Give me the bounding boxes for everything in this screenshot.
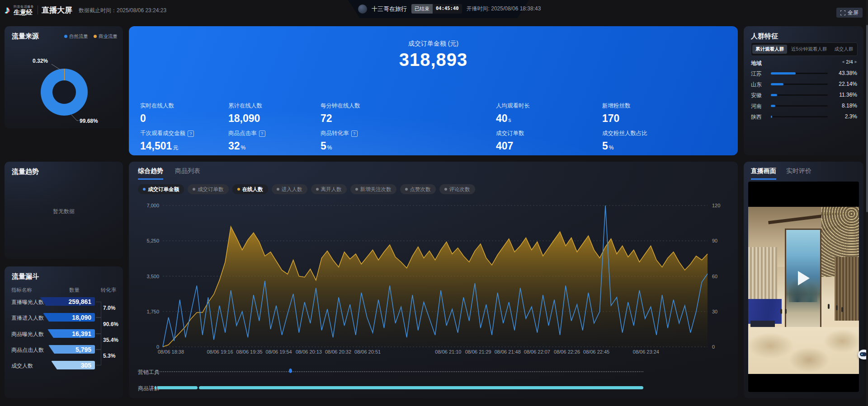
region-percent: 8.18% [842,103,857,109]
metric-chip[interactable]: 离开人数 [311,184,347,194]
region-name: 江苏 [751,70,762,78]
scene-person [828,304,830,309]
kpi-stat-label: 成交粉丝人数占比 [602,130,688,137]
chip-dot-icon [405,188,408,191]
douyin-note-icon: ♪ [5,5,10,15]
metric-chip[interactable]: 在线人数 [232,184,268,194]
metric-chip[interactable]: 成交订单数 [188,184,229,194]
x-axis-tick: 08/06 23:24 [633,349,659,355]
x-axis-tick: 08/06 22:07 [524,349,550,355]
scene-person [780,309,782,314]
traffic-source-legend: 自然流量商业流量 [64,33,118,40]
marketing-event-dot[interactable] [289,369,292,373]
product-explain-segment[interactable] [157,386,198,389]
x-axis-tick: 08/06 19:54 [266,349,292,355]
trend-tab-active[interactable]: 综合趋势 [138,167,163,180]
funnel-connector [96,334,101,350]
kpi-stat-value: 32% [228,140,314,152]
region-row: 山东22.14% [751,81,857,88]
metric-chip[interactable]: 新增关注次数 [350,184,396,194]
trend-chart-svg [163,205,708,348]
audience-tab[interactable]: 成交人群 [831,45,856,54]
kpi-stat-suffix: % [327,145,332,151]
x-axis-tick: 08/06 21:10 [435,349,461,355]
page-next-icon[interactable]: ▶ [855,60,857,64]
x-axis-tick: 08/06 20:32 [325,349,351,355]
scene-floor [748,327,859,374]
kpi-stat-label: 累计在线人数 [228,102,314,110]
help-icon[interactable]: ? [351,131,358,137]
metric-chip[interactable]: 评论次数 [439,184,475,194]
fullscreen-button[interactable]: 全屏 [836,8,863,18]
legend-item[interactable]: 商业流量 [94,33,118,40]
chip-dot-icon [193,188,195,191]
kpi-stat-value: 170 [602,112,688,125]
kpi-stat-value: 14,501元 [140,140,226,152]
kpi-stat-suffix: % [609,145,614,151]
live-tab-inactive[interactable]: 实时评价 [786,167,811,180]
kpi-stat: 人均观看时长40s [496,102,582,125]
kpi-stat-label: 人均观看时长 [496,102,582,110]
page-prev-icon[interactable]: ◀ [842,60,844,64]
status-ended-label: 已结束 [411,4,433,14]
legend-item[interactable]: 自然流量 [64,33,88,40]
stream-start-time: 开播时间: 2025/08/06 18:38:43 [467,5,541,13]
stream-duration: 04:45:40 [433,4,462,14]
kpi-stat-label: 每分钟在线人数 [321,102,406,110]
y-axis-right-tick: 30 [712,309,727,314]
funnel-connector [96,302,101,317]
app-logo: ♪ 抖音生活服务 生意经 直播大屏 数据截止时间：2025/08/06 23:2… [5,5,166,15]
kpi-stat-label: 商品转化率? [321,130,406,137]
empty-data-text: 暂无数据 [5,208,123,215]
help-icon[interactable]: ? [259,131,265,137]
funnel-connector [96,350,101,365]
audience-tab[interactable]: 累计观看人群 [752,45,787,54]
x-axis-tick: 08/06 21:29 [465,349,491,355]
audience-panel: 人群特征 累计观看人群近5分钟观看人群成交人群 地域 ◀ 2/4 ▶ 江苏43.… [744,26,863,155]
x-axis-tick: 08/06 19:16 [207,349,233,355]
donut-label-small: 0.32% [33,58,48,64]
kpi-stat: 千次观看成交金额?14,501元 [140,130,226,152]
kpi-stat-suffix: 元 [173,145,178,151]
audience-tabs: 累计观看人群近5分钟观看人群成交人群 [751,42,858,56]
product-explain-segment[interactable] [199,386,643,389]
kpi-stat: 新增粉丝数170 [602,102,688,125]
scene-column-right [835,257,859,321]
scrollbar-thumb[interactable] [866,25,868,212]
metric-chip[interactable]: 成交订单金额 [138,184,184,194]
donut-label-big: 99.68% [80,118,98,124]
live-video-preview[interactable] [748,182,859,392]
play-icon[interactable] [798,271,810,285]
funnel-header-count: 数量 [69,287,80,294]
funnel-conversion-rate: 35.4% [103,337,118,343]
region-percent: 2.3% [845,113,857,120]
y-axis-left-tick: 0 [140,344,159,350]
trend-tab-inactive[interactable]: 商品列表 [175,167,200,180]
audience-title: 人群特征 [751,32,778,41]
y-axis-left-tick: 7,000 [140,203,159,208]
marketing-tools-label: 营销工具 [138,369,160,376]
metric-chip[interactable]: 点赞次数 [400,184,436,194]
live-tab-active[interactable]: 直播画面 [751,167,776,180]
kpi-stat: 累计在线人数18,090 [228,102,314,125]
metric-chips: 成交订单金额成交订单数在线人数进入人数离开人数新增关注次数点赞次数评论次数 [138,184,475,194]
region-bar-fill [771,116,772,118]
kpi-stat-value: 18,090 [228,112,314,125]
traffic-source-panel: 流量来源 自然流量商业流量 0.32% 99.68% [5,26,123,128]
region-name: 山东 [751,81,762,89]
region-bar-fill [771,105,775,107]
help-icon[interactable]: ? [188,131,194,137]
y-axis-left-tick: 1,750 [140,309,159,314]
audience-tab[interactable]: 近5分钟观看人群 [788,45,830,54]
x-axis-tick: 08/06 22:45 [583,349,609,355]
funnel-conversion-rate: 7.0% [103,305,115,311]
page-scrollbar[interactable] [866,0,868,406]
kpi-stat-value: 407 [496,140,582,152]
kpi-stat-label: 商品点击率? [228,130,314,137]
region-bar-fill [771,83,783,85]
metric-chip[interactable]: 进入人数 [272,184,307,194]
region-row: 陕西2.3% [751,113,857,121]
product-explain-segment[interactable] [155,386,156,389]
kpi-stat-label: 实时在线人数 [140,102,226,110]
funnel-row-label: 成交人数 [11,362,33,370]
